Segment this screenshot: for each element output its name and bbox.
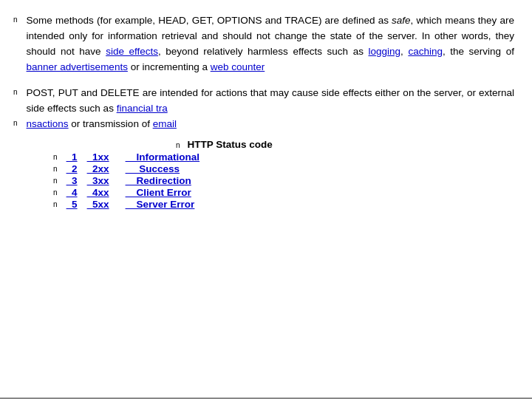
email-link[interactable]: email — [153, 118, 177, 129]
page-container: n Some methods (for example, HEAD, GET, … — [0, 0, 532, 399]
bullet-3-icon: n — [13, 119, 18, 127]
bullet-1-text: Some methods (for example, HEAD, GET, OP… — [27, 13, 514, 75]
status-row-3-bullet: n — [53, 177, 58, 185]
bullet-1-icon: n — [13, 16, 18, 24]
status-row-5: n 5 5xx Server Error — [53, 199, 514, 210]
status-code-5xx: 5xx — [87, 199, 126, 210]
nsactions-link[interactable]: nsactions — [27, 118, 69, 129]
status-row-1: n 1 1xx Informational — [53, 151, 514, 163]
status-row-2-content: 2 2xx Success — [66, 163, 180, 174]
status-num-4: 4 — [66, 187, 87, 198]
status-num-2: 2 — [66, 163, 87, 174]
status-label-client-error: Client Error — [126, 187, 191, 198]
status-num-5: 5 — [66, 199, 87, 210]
status-label-redirection: Redirection — [126, 175, 191, 186]
http-status-section: n HTTP Status code n 1 1xx Informational… — [13, 139, 514, 211]
bullet-2-section: n POST, PUT and DELETE are intended for … — [13, 86, 514, 132]
status-code-1xx: 1xx — [87, 151, 126, 163]
status-row-5-bullet: n — [53, 200, 58, 208]
logging-link[interactable]: logging — [368, 46, 400, 57]
status-table: n 1 1xx Informational n 2 2xx Success n — [13, 151, 514, 211]
status-label-informational: Informational — [126, 151, 200, 163]
status-row-2: n 2 2xx Success — [53, 163, 514, 174]
status-row-4: n 4 4xx Client Error — [53, 187, 514, 198]
bullet-3-text: nsactions or transmission of email — [27, 117, 177, 132]
status-code-3xx: 3xx — [87, 175, 126, 186]
status-row-1-bullet: n — [53, 153, 58, 161]
status-row-5-content: 5 5xx Server Error — [66, 199, 195, 210]
status-row-3-content: 3 3xx Redirection — [66, 175, 191, 186]
web-counter-link[interactable]: web counter — [211, 61, 265, 72]
http-status-header-row: n HTTP Status code — [13, 139, 514, 150]
bullet-2-text: POST, PUT and DELETE are intended for ac… — [27, 86, 514, 117]
financial-tra-link[interactable]: financial tra — [117, 103, 168, 114]
bullet-3-row: n nsactions or transmission of email — [13, 117, 514, 132]
bullet-2-icon: n — [13, 88, 18, 96]
status-label-success: Success — [126, 163, 180, 174]
status-row-2-bullet: n — [53, 165, 58, 173]
http-status-title: HTTP Status code — [188, 139, 273, 150]
status-num-3: 3 — [66, 175, 87, 186]
status-row-4-bullet: n — [53, 188, 58, 197]
status-code-2xx: 2xx — [87, 163, 126, 174]
caching-link[interactable]: caching — [408, 46, 443, 57]
banner-ads-link[interactable]: banner advertisements — [27, 61, 128, 72]
bullet-2-row: n POST, PUT and DELETE are intended for … — [13, 86, 514, 117]
status-code-4xx: 4xx — [87, 187, 126, 198]
http-status-icon: n — [176, 141, 180, 149]
safe-italic: safe — [392, 15, 411, 26]
bullet-1-section: n Some methods (for example, HEAD, GET, … — [13, 13, 514, 75]
status-label-server-error: Server Error — [126, 199, 195, 210]
status-row-3: n 3 3xx Redirection — [53, 175, 514, 186]
status-num-1: 1 — [66, 151, 87, 163]
status-row-1-content: 1 1xx Informational — [66, 151, 200, 163]
status-row-4-content: 4 4xx Client Error — [66, 187, 191, 198]
side-effects-link[interactable]: side effects — [106, 46, 158, 57]
